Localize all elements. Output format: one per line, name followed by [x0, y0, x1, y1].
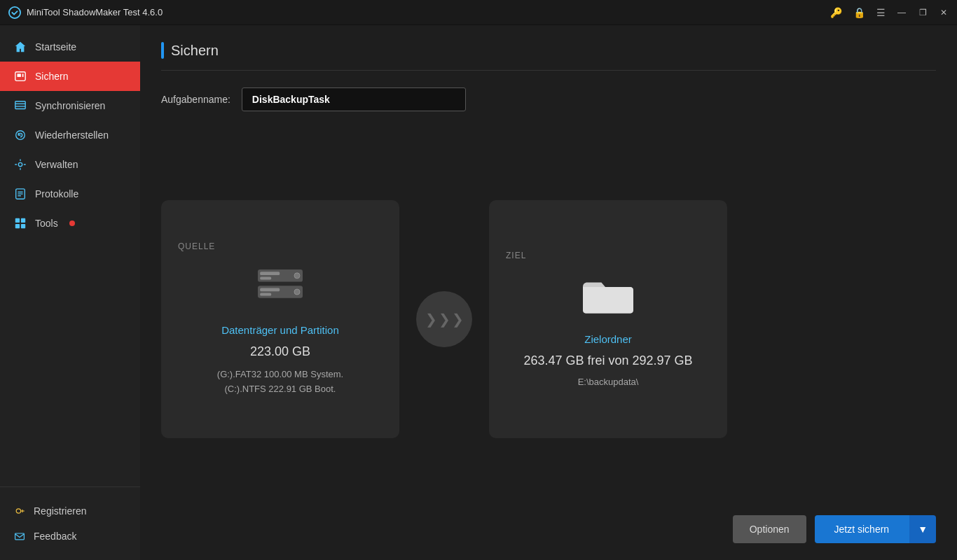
- cards-row: QUELLE Datent: [161, 134, 936, 504]
- task-name-row: Aufgabenname:: [161, 88, 936, 111]
- svg-rect-25: [260, 293, 271, 295]
- svg-rect-16: [21, 224, 25, 228]
- target-section-label: ZIEL: [506, 251, 526, 260]
- content-area: Sichern Aufgabenname: QUELLE: [140, 25, 957, 560]
- title-bar: MiniTool ShadowMaker Test 4.6.0 🔑 🔒 ☰ — …: [0, 0, 957, 25]
- lock-icon[interactable]: 🔒: [853, 7, 865, 18]
- sidebar-item-wiederherstellen[interactable]: Wiederherstellen: [0, 120, 140, 150]
- target-title: Zielordner: [584, 333, 632, 345]
- svg-point-17: [16, 509, 20, 513]
- backup-button-group: Jetzt sichern ▼: [815, 515, 936, 543]
- sync-icon: [14, 99, 27, 112]
- key-icon[interactable]: 🔑: [830, 7, 842, 18]
- key-sidebar-icon: [14, 505, 25, 517]
- backup-icon: [14, 70, 27, 83]
- sidebar-label-synchronisieren: Synchronisieren: [35, 100, 105, 111]
- sidebar-item-startseite[interactable]: Startseite: [0, 32, 140, 62]
- sidebar-label-verwalten: Verwalten: [35, 159, 78, 170]
- source-card[interactable]: QUELLE Datent: [161, 200, 399, 438]
- task-name-label: Aufgabenname:: [161, 94, 230, 105]
- app-title: MiniTool ShadowMaker Test 4.6.0: [27, 7, 163, 18]
- sidebar-label-tools: Tools: [35, 218, 58, 229]
- svg-rect-15: [15, 224, 20, 228]
- svg-point-22: [294, 273, 300, 279]
- sidebar-item-synchronisieren[interactable]: Synchronisieren: [0, 91, 140, 120]
- svg-rect-4: [15, 102, 25, 109]
- sidebar-label-feedback: Feedback: [34, 531, 76, 542]
- backup-dropdown-button[interactable]: ▼: [909, 515, 936, 543]
- sidebar-item-registrieren[interactable]: Registrieren: [0, 498, 140, 524]
- svg-rect-3: [22, 74, 24, 77]
- transfer-arrow-button[interactable]: ❯❯❯: [416, 291, 472, 347]
- target-path: E:\backupdata\: [578, 377, 639, 387]
- backup-now-button[interactable]: Jetzt sichern: [815, 515, 909, 543]
- svg-rect-18: [15, 533, 25, 540]
- source-size: 223.00 GB: [250, 344, 310, 359]
- main-layout: Startseite Sichern Synchronisieren: [0, 25, 957, 560]
- restore-icon: [14, 129, 27, 141]
- task-name-input[interactable]: [242, 88, 466, 111]
- source-partitions: (G:).FAT32 100.00 MB System. (C:).NTFS 2…: [217, 368, 343, 397]
- tools-icon: [14, 217, 27, 230]
- close-button[interactable]: ✕: [939, 8, 949, 18]
- restore-button[interactable]: ❐: [918, 8, 928, 18]
- svg-point-8: [18, 162, 22, 166]
- sidebar-item-sichern[interactable]: Sichern: [0, 62, 140, 91]
- chevrons-icon: ❯❯❯: [425, 311, 464, 328]
- svg-rect-24: [260, 288, 280, 291]
- sidebar-item-feedback[interactable]: Feedback: [0, 524, 140, 549]
- bottom-bar: Optionen Jetzt sichern ▼: [161, 504, 936, 543]
- page-title: Sichern: [171, 43, 219, 59]
- sidebar-nav: Startseite Sichern Synchronisieren: [0, 25, 140, 486]
- disk-icon: [252, 265, 308, 310]
- svg-rect-2: [18, 74, 21, 77]
- svg-rect-21: [260, 276, 271, 279]
- page-title-bar: Sichern: [161, 42, 936, 71]
- sidebar: Startseite Sichern Synchronisieren: [0, 25, 140, 560]
- sidebar-label-registrieren: Registrieren: [34, 505, 86, 517]
- log-icon: [14, 188, 27, 200]
- svg-rect-20: [260, 272, 280, 275]
- source-section-label: QUELLE: [178, 241, 215, 251]
- folder-icon: [580, 274, 636, 319]
- target-card[interactable]: ZIEL Zielordner 263.47 GB frei von 292.9…: [489, 200, 727, 438]
- sidebar-bottom: Registrieren Feedback: [0, 486, 140, 560]
- menu-icon[interactable]: ☰: [876, 7, 886, 18]
- title-accent: [161, 42, 164, 59]
- minimize-button[interactable]: —: [897, 8, 907, 18]
- svg-rect-14: [21, 218, 25, 223]
- sidebar-label-startseite: Startseite: [35, 41, 76, 52]
- tools-notification-dot: [69, 220, 75, 226]
- target-free-space: 263.47 GB frei von 292.97 GB: [523, 354, 692, 368]
- sidebar-label-wiederherstellen: Wiederherstellen: [35, 130, 109, 141]
- options-button[interactable]: Optionen: [733, 515, 806, 543]
- source-title: Datenträger und Partition: [221, 324, 339, 336]
- svg-point-0: [9, 6, 20, 18]
- sidebar-label-sichern: Sichern: [35, 71, 68, 82]
- mail-icon: [14, 531, 25, 542]
- sidebar-label-protokolle: Protokolle: [35, 188, 78, 200]
- manage-icon: [14, 158, 27, 171]
- window-controls: 🔑 🔒 ☰ — ❐ ✕: [830, 7, 949, 18]
- app-logo: MiniTool ShadowMaker Test 4.6.0: [8, 6, 163, 19]
- sidebar-item-protokolle[interactable]: Protokolle: [0, 179, 140, 209]
- svg-rect-13: [15, 218, 20, 223]
- sidebar-item-verwalten[interactable]: Verwalten: [0, 150, 140, 179]
- sidebar-item-tools[interactable]: Tools: [0, 209, 140, 238]
- home-icon: [14, 41, 27, 53]
- svg-point-26: [294, 289, 300, 295]
